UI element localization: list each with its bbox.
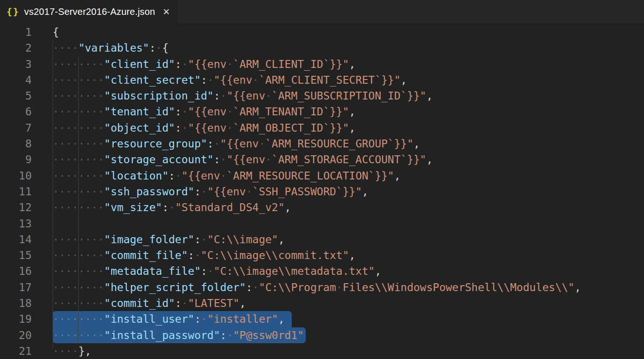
line-number[interactable]: 13 xyxy=(0,216,32,232)
code-line[interactable]: 20········"install_password":·"P@ssw0rd1… xyxy=(0,327,644,343)
token-str: "C:\\image\\metadata.txt" xyxy=(214,265,375,277)
line-number[interactable]: 14 xyxy=(0,232,32,247)
code-text: ····"variables":·{ xyxy=(53,40,168,56)
whitespace-dots: ········ xyxy=(53,265,104,277)
code-line[interactable]: 8········"resource_group":·"{{env·`ARM_R… xyxy=(0,136,644,152)
line-number[interactable]: 11 xyxy=(0,184,32,199)
whitespace-dots: · xyxy=(227,58,233,70)
line-number[interactable]: 6 xyxy=(0,104,32,120)
code-line[interactable]: 4········"client_secret":·"{{env·`ARM_CL… xyxy=(0,72,644,88)
code-text: ········"helper_script_folder":·"C:\\Pro… xyxy=(53,279,581,295)
whitespace-dots: ···· xyxy=(53,345,78,357)
token-str: Files\\WindowsPowerShell\\Modules\\" xyxy=(342,281,575,293)
whitespace-dots: ········ xyxy=(53,58,104,70)
whitespace-dots: ········ xyxy=(53,153,104,166)
line-number[interactable]: 20 xyxy=(0,327,32,343)
token-punct: : xyxy=(168,170,175,182)
tab-bar: {} vs2017-Server2016-Azure.json ✕ xyxy=(0,0,644,23)
code-line[interactable]: 14········"image_folder":·"C:\\image", xyxy=(0,232,644,247)
code-line[interactable]: 12········"vm_size":·"Standard_DS4_v2", xyxy=(0,199,644,215)
code-text: ········"tenant_id":·"{{env·`ARM_TENANT_… xyxy=(53,104,356,120)
close-tab-icon[interactable]: ✕ xyxy=(162,7,170,16)
token-punct: , xyxy=(426,153,433,166)
tab-vs2017-server2016-azure-json[interactable]: {} vs2017-Server2016-Azure.json ✕ xyxy=(0,0,177,23)
whitespace-dots: · xyxy=(252,281,259,293)
line-number[interactable]: 15 xyxy=(0,247,32,263)
code-line[interactable]: 18········"commit_id":·"LATEST", xyxy=(0,295,644,311)
token-punct: : xyxy=(175,297,181,309)
line-number[interactable]: 7 xyxy=(0,120,32,136)
token-str: "{{env xyxy=(188,122,227,134)
whitespace-dots: · xyxy=(181,106,188,118)
code-editor[interactable]: 1{2····"variables":·{3········"client_id… xyxy=(0,23,644,359)
whitespace-dots: · xyxy=(336,281,342,293)
token-str: `ARM_TENANT_ID`}}" xyxy=(233,106,349,118)
code-line[interactable]: 7········"object_id":·"{{env·`ARM_OBJECT… xyxy=(0,120,644,136)
whitespace-dots: · xyxy=(168,201,175,213)
code-line[interactable]: 6········"tenant_id":·"{{env·`ARM_TENANT… xyxy=(0,104,644,120)
whitespace-dots: · xyxy=(220,153,227,166)
token-punct: : xyxy=(195,186,201,198)
line-number[interactable]: 21 xyxy=(0,343,32,359)
line-number[interactable]: 4 xyxy=(0,72,32,88)
code-line[interactable]: 19········"install_user":·"installer", xyxy=(0,311,644,327)
whitespace-dots: · xyxy=(181,297,188,309)
token-punct: , xyxy=(394,170,401,182)
token-punct: : xyxy=(207,138,214,150)
token-str: "{{env xyxy=(214,74,252,86)
line-number[interactable]: 5 xyxy=(0,88,32,104)
code-line[interactable]: 16········"metadata_file":·"C:\\image\\m… xyxy=(0,263,644,279)
line-number[interactable]: 18 xyxy=(0,295,32,311)
token-str: "{{env xyxy=(227,90,265,102)
token-punct: , xyxy=(349,249,356,261)
whitespace-dots: · xyxy=(265,90,272,102)
token-str: `ARM_RESOURCE_LOCATION`}}" xyxy=(227,170,394,182)
token-key: "variables" xyxy=(78,42,149,54)
code-line[interactable]: 2····"variables":·{ xyxy=(0,40,644,56)
code-text: ········"commit_id":·"LATEST", xyxy=(53,295,246,311)
whitespace-dots: · xyxy=(201,313,208,325)
whitespace-dots: · xyxy=(227,106,233,118)
line-number[interactable]: 9 xyxy=(0,152,32,167)
code-line[interactable]: 3········"client_id":·"{{env·`ARM_CLIENT… xyxy=(0,56,644,72)
code-line[interactable]: 15········"commit_file":·"C:\\image\\com… xyxy=(0,247,644,263)
line-number[interactable]: 10 xyxy=(0,168,32,184)
code-line[interactable]: 17········"helper_script_folder":·"C:\\P… xyxy=(0,279,644,295)
whitespace-dots: ········ xyxy=(53,170,104,182)
code-line[interactable]: 9········"storage_account":·"{{env·`ARM_… xyxy=(0,152,644,167)
token-punct: , xyxy=(349,122,356,134)
code-line[interactable]: 1{ xyxy=(0,24,644,40)
code-line[interactable]: 10········"location":·"{{env·`ARM_RESOUR… xyxy=(0,168,644,184)
whitespace-dots: · xyxy=(220,90,227,102)
token-punct: : xyxy=(201,74,208,86)
code-line[interactable]: 13 xyxy=(0,216,644,232)
code-line[interactable]: 5········"subscription_id":·"{{env·`ARM_… xyxy=(0,88,644,104)
token-punct: : xyxy=(149,42,156,54)
token-key: "subscription_id" xyxy=(104,90,214,102)
whitespace-dots: · xyxy=(201,186,208,198)
token-key: "tenant_id" xyxy=(104,106,175,118)
line-number[interactable]: 1 xyxy=(0,24,32,40)
line-number[interactable]: 19 xyxy=(0,311,32,327)
line-number[interactable]: 16 xyxy=(0,263,32,279)
whitespace-dots: ···· xyxy=(53,42,78,54)
code-line[interactable]: 21····}, xyxy=(0,343,644,359)
token-punct: , xyxy=(278,313,285,325)
code-text: ········"resource_group":·"{{env·`ARM_RE… xyxy=(53,136,420,152)
token-punct: : xyxy=(195,313,201,325)
line-number[interactable]: 3 xyxy=(0,56,32,72)
line-number[interactable]: 17 xyxy=(0,279,32,295)
token-punct: : xyxy=(195,233,201,246)
token-str: "C:\\image" xyxy=(207,233,278,246)
code-line[interactable]: 11········"ssh_password":·"{{env·`SSH_PA… xyxy=(0,184,644,199)
token-str: `ARM_SUBSCRIPTION_ID`}}" xyxy=(272,90,426,102)
line-number[interactable]: 12 xyxy=(0,199,32,215)
token-key: "client_id" xyxy=(104,58,175,70)
token-key: "resource_group" xyxy=(104,138,208,150)
code-text: ········"client_id":·"{{env·`ARM_CLIENT_… xyxy=(53,56,356,72)
whitespace-dots: · xyxy=(207,265,214,277)
token-punct: { xyxy=(162,42,168,54)
line-number[interactable]: 2 xyxy=(0,40,32,56)
code-text: ········"client_secret":·"{{env·`ARM_CLI… xyxy=(53,72,407,88)
line-number[interactable]: 8 xyxy=(0,136,32,152)
